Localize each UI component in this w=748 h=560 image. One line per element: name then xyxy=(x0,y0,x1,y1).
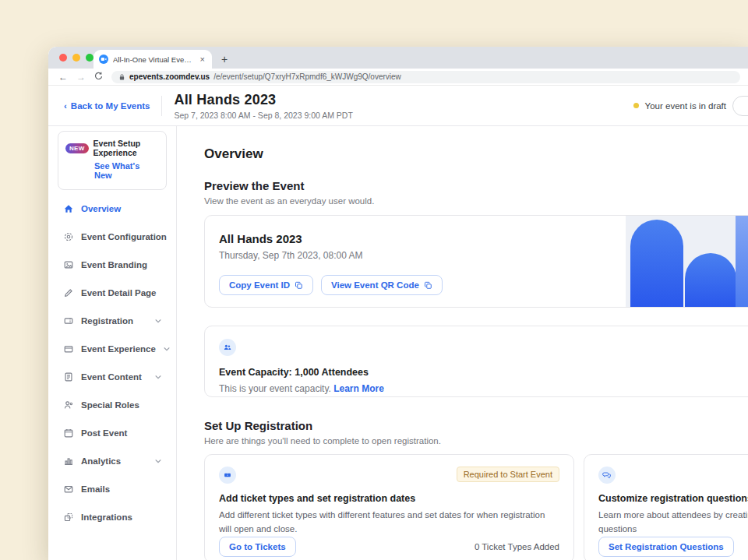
sidebar-item-label: Post Event xyxy=(81,428,127,438)
sidebar-item-event-configuration[interactable]: Event Configuration xyxy=(58,223,167,251)
sidebar-item-label: Event Experience xyxy=(81,344,156,354)
home-icon xyxy=(62,203,74,215)
chevron-down-icon xyxy=(154,317,162,325)
tickets-card-description: Add different ticket types with differen… xyxy=(219,509,559,537)
minimize-window-button[interactable] xyxy=(72,54,80,62)
arch-shape xyxy=(736,216,748,307)
sidebar-item-label: Analytics xyxy=(81,456,121,466)
sidebar-item-event-content[interactable]: Event Content xyxy=(58,363,167,391)
sidebar-item-emails[interactable]: Emails xyxy=(58,475,167,503)
integrations-icon xyxy=(62,512,74,523)
arch-shape xyxy=(630,220,683,307)
ticket-icon xyxy=(62,315,74,327)
chevron-down-icon xyxy=(154,373,162,381)
sidebar-item-registration[interactable]: Registration xyxy=(58,307,167,335)
new-badge: NEW xyxy=(65,143,89,153)
draft-status-text: Your event is in draft xyxy=(645,101,726,111)
arch-shape xyxy=(685,253,736,307)
address-bar[interactable]: epevents.zoomdev.us/e/event/setup/Q7xryH… xyxy=(111,71,740,83)
copy-event-id-label: Copy Event ID xyxy=(229,280,290,290)
capacity-title: Event Capacity: 1,000 Attendees xyxy=(219,367,748,378)
sidebar-item-special-roles[interactable]: Special Roles xyxy=(58,391,167,419)
sidebar-item-event-detail-page[interactable]: Event Detail Page xyxy=(58,279,167,307)
go-to-tickets-button[interactable]: Go to Tickets xyxy=(219,537,296,557)
view-event-qr-code-button[interactable]: View Event QR Code xyxy=(321,275,443,295)
sidebar-item-label: Overview xyxy=(81,204,121,213)
gear-icon xyxy=(62,231,74,243)
browser-tab-strip: All-In-One Virtual Event Platfor × + xyxy=(48,47,748,69)
traffic-lights xyxy=(59,54,94,62)
sidebar-item-label: Emails xyxy=(81,484,110,494)
back-chevron-icon: ‹ xyxy=(64,101,67,111)
header-action-button[interactable] xyxy=(732,96,748,116)
person-icon xyxy=(62,400,74,411)
copy-icon xyxy=(295,281,303,290)
attendees-icon xyxy=(219,339,236,356)
browser-window: All-In-One Virtual Event Platfor × + ← →… xyxy=(48,47,748,560)
draft-status-dot xyxy=(633,103,639,108)
main-content: Overview Preview the Event View the even… xyxy=(177,126,748,560)
back-icon[interactable]: ← xyxy=(58,72,68,82)
image-icon xyxy=(62,259,74,271)
sidebar-item-event-experience[interactable]: Event Experience xyxy=(58,335,167,363)
sidebar-item-event-branding[interactable]: Event Branding xyxy=(58,251,167,279)
event-capacity-card: Event Capacity: 1,000 Attendees This is … xyxy=(204,326,748,397)
sidebar-item-label: Event Detail Page xyxy=(81,288,157,298)
event-dates: Sep 7, 2023 8:00 AM - Sep 8, 2023 9:00 A… xyxy=(174,111,352,120)
browser-url-bar: ← → epevents.zoomdev.us/e/event/setup/Q7… xyxy=(48,69,748,86)
envelope-icon xyxy=(62,484,74,495)
tickets-task-card: Required to Start Event Add ticket types… xyxy=(204,454,574,560)
tab-close-icon[interactable]: × xyxy=(199,55,206,64)
url-host: epevents.zoomdev.us xyxy=(129,72,210,81)
registration-section-title: Set Up Registration xyxy=(204,419,748,432)
chevron-down-icon xyxy=(154,457,162,465)
document-icon xyxy=(62,372,74,383)
zoom-favicon-icon xyxy=(99,55,108,64)
sidebar-item-label: Integrations xyxy=(81,512,132,522)
copy-event-id-button[interactable]: Copy Event ID xyxy=(219,275,313,295)
set-registration-questions-button[interactable]: Set Registration Questions xyxy=(598,537,734,557)
new-tab-button[interactable]: + xyxy=(221,54,228,65)
preview-section-description: View the event as an everyday user would… xyxy=(204,196,748,206)
close-window-button[interactable] xyxy=(59,54,67,62)
go-to-tickets-label: Go to Tickets xyxy=(229,542,286,551)
capacity-description-text: This is your event capacity. xyxy=(219,383,331,394)
capacity-description: This is your event capacity. Learn More xyxy=(219,383,748,394)
forward-icon: → xyxy=(76,72,86,82)
sidebar-item-integrations[interactable]: Integrations xyxy=(58,503,167,531)
setup-experience-card: NEW Event Setup Experience See What's Ne… xyxy=(58,131,167,190)
sidebar-item-overview[interactable]: Overview xyxy=(58,195,167,223)
sidebar-item-label: Special Roles xyxy=(81,400,139,410)
see-whats-new-link[interactable]: See What's New xyxy=(94,161,159,180)
sidebar-item-label: Event Branding xyxy=(81,260,147,269)
questions-task-card: Customize registration questions Learn m… xyxy=(584,454,748,560)
learn-more-link[interactable]: Learn More xyxy=(333,383,384,394)
back-link-label: Back to My Events xyxy=(71,101,150,111)
event-banner-illustration xyxy=(626,216,748,307)
copy-icon xyxy=(424,281,432,290)
header-divider xyxy=(161,96,162,116)
tab-title: All-In-One Virtual Event Platfor xyxy=(113,55,194,64)
sidebar: NEW Event Setup Experience See What's Ne… xyxy=(48,126,177,560)
stage-icon xyxy=(62,343,74,355)
chevron-down-icon xyxy=(163,345,171,353)
sidebar-item-analytics[interactable]: Analytics xyxy=(58,447,167,475)
zoom-window-button[interactable] xyxy=(86,54,94,62)
url-path: /e/event/setup/Q7xryH7xRpmdf6_kWJWg9Q/ov… xyxy=(213,72,401,81)
tickets-card-title: Add ticket types and set registration da… xyxy=(219,493,559,504)
bar-chart-icon xyxy=(62,456,74,467)
calendar-icon xyxy=(62,428,74,439)
event-header: ‹ Back to My Events All Hands 2023 Sep 7… xyxy=(48,86,748,126)
lock-icon xyxy=(118,73,125,81)
ticket-icon xyxy=(219,467,236,484)
chat-bubbles-icon xyxy=(598,467,616,484)
event-preview-card: All Hands 2023 Thursday, Sep 7th 2023, 0… xyxy=(204,215,748,308)
back-to-my-events-link[interactable]: ‹ Back to My Events xyxy=(64,101,150,111)
view-qr-label: View Event QR Code xyxy=(331,280,419,290)
registration-section-description: Here are things you'll need to complete … xyxy=(204,436,748,446)
sidebar-item-post-event[interactable]: Post Event xyxy=(58,419,167,447)
preview-section-title: Preview the Event xyxy=(204,179,748,192)
sidebar-item-label: Event Configuration xyxy=(81,232,167,241)
reload-icon[interactable] xyxy=(94,72,103,82)
browser-tab[interactable]: All-In-One Virtual Event Platfor × xyxy=(94,50,212,69)
